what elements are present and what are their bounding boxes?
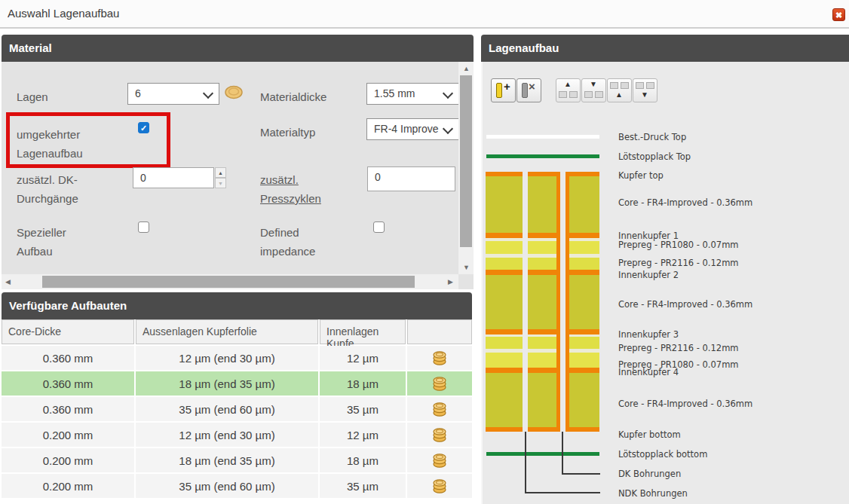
silkscreen-top-line [486,135,599,139]
aussenlagen-cell[interactable]: 35 µm (end 60 µm) [136,397,318,421]
dk-connector-line [562,473,600,475]
ndk-connector-line [525,492,600,493]
scroll-right-icon[interactable]: ▶ [448,278,453,286]
innenlagen-cell[interactable]: 18 µm [320,448,406,472]
close-icon[interactable]: ✖ [832,8,845,21]
price-cell[interactable] [407,397,472,421]
innenkupfer-1-band [569,233,599,238]
core-3-band [569,373,599,427]
column-header-price[interactable] [407,319,472,344]
spinner-up-icon[interactable]: ▲ [215,167,226,178]
stack-layer-label: Prepreg - PR2116 - 0.12mm [618,258,739,268]
table-row[interactable]: 0.360 mm35 µm (end 60 µm)35 µm [2,397,472,421]
shift-group-down-icon: ▼ [641,90,648,99]
presszyklen-label-line2[interactable]: Presszyklen [260,192,321,205]
prepreg-pr1080-top-band [486,241,523,254]
price-cell[interactable] [407,423,472,447]
lagen-select[interactable]: 6 [127,83,219,105]
innenlagen-cell[interactable]: 18 µm [320,371,406,396]
spezieller-aufbau-checkbox[interactable] [138,221,149,233]
shift-group-down-button[interactable]: ▼ [633,78,657,102]
innenkupfer-4-band [569,368,599,373]
prepreg-pr1080-bottom-band [569,353,599,368]
price-cell[interactable] [407,474,472,498]
presszyklen-input[interactable]: 0 [367,166,455,191]
table-row[interactable]: 0.200 mm35 µm (end 60 µm)35 µm [2,474,472,498]
table-row[interactable]: 0.200 mm18 µm (end 35 µm)18 µm [2,448,472,472]
prepreg-pr2116-bottom-band [528,337,556,349]
core-2-band [486,275,523,329]
dk-durchgaenge-input[interactable]: 0 [133,167,214,188]
materialdicke-select[interactable]: 1.55 mm [366,83,459,105]
column-header-innenlagen[interactable]: Innenlagen Kupfe [320,319,406,344]
price-cell[interactable] [407,346,472,370]
stack-layer-label: Prepreg - PR1080 - 0.07mm [618,240,739,250]
core-dicke-cell[interactable]: 0.360 mm [2,371,134,396]
pcb-column-1 [486,172,523,432]
stack-layer-label: Core - FR4-Improved - 0.36mm [618,399,752,409]
scroll-down-icon[interactable]: ▼ [463,264,470,271]
innenkupfer-3-band [528,329,556,334]
materialtyp-value: FR-4 Improve [374,123,439,135]
innenkupfer-2-band [486,270,523,275]
vertical-scrollbar[interactable]: ▲ ▼ [458,62,474,274]
move-layer-up-button[interactable]: ▲ [556,78,581,102]
coin-icon [225,85,243,99]
presszyklen-label-line1[interactable]: zusätzl. [260,173,299,186]
spezieller-aufbau-label-line1: Spezieller [17,226,66,239]
innenkupfer-1-band [528,233,556,238]
aussenlagen-cell[interactable]: 12 µm (end 30 µm) [136,423,318,447]
innenkupfer-3-band [569,329,599,334]
stack-layer-label: Prepreg - PR2116 - 0.12mm [618,343,739,353]
column-header-core-dicke[interactable]: Core-Dicke [2,319,134,344]
core-dicke-cell[interactable]: 0.200 mm [2,474,134,498]
add-layer-button[interactable]: + [491,78,516,102]
table-row[interactable]: 0.360 mm18 µm (end 35 µm)18 µm [2,371,472,396]
aussenlagen-cell[interactable]: 18 µm (end 35 µm) [136,448,318,472]
defined-impedance-checkbox[interactable] [373,221,385,233]
umgekehrter-lagenaufbau-checkbox[interactable]: ✓ [138,122,149,133]
aufbauten-panel-title: Verfügbare Aufbauten [9,299,127,312]
innenlagen-cell[interactable]: 35 µm [320,397,406,421]
soldermask-top-line [486,154,599,158]
move-layer-down-button[interactable]: ▼ [581,78,606,102]
aussenlagen-cell[interactable]: 18 µm (end 35 µm) [136,371,318,396]
remove-layer-button[interactable]: × [516,78,541,102]
material-panel-body: Lagen 6 Materialdicke 1.55 mm ✓ umgekehr… [2,62,474,289]
innenlagen-cell[interactable]: 12 µm [320,423,406,447]
dk-connector-line [562,432,563,475]
shift-group-up-button[interactable]: ▲ [607,78,632,102]
shift-group-up-icon: ▲ [615,90,623,99]
core-dicke-cell[interactable]: 0.360 mm [2,397,134,421]
price-cell[interactable] [407,448,472,472]
pcb-column-3 [569,172,599,432]
stack-layer-label: NDK Bohrungen [618,488,688,499]
table-row[interactable]: 0.360 mm12 µm (end 30 µm)12 µm [2,346,472,370]
core-1-band [569,176,599,233]
price-cell[interactable] [407,371,472,396]
coin-stack-icon [432,478,447,494]
aussenlagen-cell[interactable]: 12 µm (end 30 µm) [136,346,318,370]
scroll-left-icon[interactable]: ◀ [5,278,11,286]
horizontal-scroll-thumb[interactable] [42,276,415,288]
dk-hole-plating-right [565,172,569,432]
innenlagen-cell[interactable]: 12 µm [320,346,406,370]
scroll-up-icon[interactable]: ▲ [463,65,470,72]
coin-stack-icon [432,452,447,469]
vertical-scroll-thumb[interactable] [460,75,472,247]
table-row[interactable]: 0.200 mm12 µm (end 30 µm)12 µm [2,423,472,447]
column-header-aussenlagen[interactable]: Aussenlagen Kupferfolie [136,319,318,344]
core-dicke-cell[interactable]: 0.200 mm [2,423,134,447]
prepreg-pr2116-bottom-band [486,337,523,349]
spinner-down-icon[interactable]: ▼ [215,178,226,188]
dk-durchgaenge-value: 0 [140,172,146,184]
innenlagen-cell[interactable]: 35 µm [320,474,406,498]
innenkupfer-4-band [486,368,523,373]
prepreg-pr2116-top-band [569,258,599,270]
core-dicke-cell[interactable]: 0.200 mm [2,448,134,472]
horizontal-scrollbar[interactable]: ◀ ▶ [2,274,458,289]
core-dicke-cell[interactable]: 0.360 mm [2,346,134,370]
aussenlagen-cell[interactable]: 35 µm (end 60 µm) [136,474,318,498]
auswahl-lagenaufbau-dialog: Auswahl Lagenaufbau ✖ Material Lagen 6 M… [0,0,849,504]
materialtyp-select[interactable]: FR-4 Improve [366,118,459,140]
